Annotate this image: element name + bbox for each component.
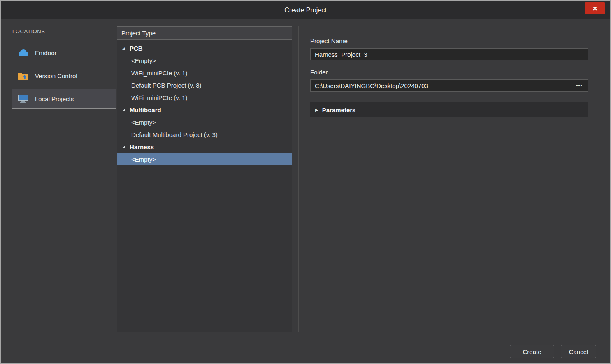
- tree-item-default-pcb-project[interactable]: Default PCB Project (v. 8): [117, 79, 292, 91]
- tree-item-label: Default Multiboard Project (v. 3): [131, 131, 218, 138]
- tree-item-label: Default PCB Project (v. 8): [131, 82, 202, 89]
- tree-group-label: Multiboard: [130, 107, 161, 114]
- locations-panel: LOCATIONS Emdoor Version Control: [7, 19, 116, 112]
- version-control-folder-icon: [17, 72, 29, 80]
- tree-item-label: <Empty>: [131, 57, 156, 64]
- folder-path-input[interactable]: [310, 79, 588, 92]
- tree-item-default-multiboard-project[interactable]: Default Multiboard Project (v. 3): [117, 128, 292, 141]
- locations-header: LOCATIONS: [7, 19, 116, 39]
- folder-field: •••: [310, 79, 588, 92]
- project-type-panel: Project Type ◢ PCB <Empty> WiFi_miniPCIe…: [117, 26, 292, 332]
- tree-group-label: PCB: [130, 45, 143, 52]
- location-label: Local Projects: [35, 95, 74, 102]
- tree-item-wifi-minipcie-2[interactable]: WiFi_miniPCIe (v. 1): [117, 91, 292, 104]
- close-button[interactable]: ×: [585, 2, 605, 14]
- location-item-emdoor[interactable]: Emdoor: [12, 43, 116, 63]
- tree-group-harness[interactable]: ◢ Harness: [117, 141, 292, 153]
- close-icon: ×: [592, 5, 597, 12]
- titlebar: Create Project ×: [1, 1, 610, 19]
- location-item-local-projects[interactable]: Local Projects: [12, 89, 116, 109]
- tree-item-label: <Empty>: [131, 156, 156, 163]
- location-item-version-control[interactable]: Version Control: [12, 66, 116, 86]
- tree-item-pcb-empty[interactable]: <Empty>: [117, 54, 292, 67]
- folder-label: Folder: [310, 69, 588, 76]
- collapsed-arrow-icon: ▶: [315, 108, 318, 112]
- dialog-title: Create Project: [284, 7, 326, 14]
- project-settings-panel: Project Name Folder ••• ▶ Parameters: [298, 26, 600, 332]
- cloud-icon: [17, 49, 29, 57]
- browse-folder-button[interactable]: •••: [572, 81, 587, 90]
- expand-arrow-icon[interactable]: ◢: [122, 145, 130, 149]
- expand-arrow-icon[interactable]: ◢: [122, 46, 130, 50]
- tree-item-multiboard-empty[interactable]: <Empty>: [117, 116, 292, 128]
- ellipsis-icon: •••: [576, 83, 583, 88]
- project-name-label: Project Name: [310, 37, 588, 44]
- tree-group-pcb[interactable]: ◢ PCB: [117, 42, 292, 54]
- tree-group-label: Harness: [130, 144, 154, 151]
- tree-item-label: <Empty>: [131, 119, 156, 126]
- parameters-section-header[interactable]: ▶ Parameters: [310, 102, 588, 117]
- location-label: Version Control: [35, 72, 77, 79]
- tree-item-label: WiFi_miniPCIe (v. 1): [131, 94, 187, 101]
- create-project-dialog: Create Project × LOCATIONS Emdoor: [0, 0, 611, 364]
- parameters-label: Parameters: [322, 107, 356, 114]
- location-label: Emdoor: [35, 49, 57, 56]
- project-type-header: Project Type: [117, 27, 292, 40]
- expand-arrow-icon[interactable]: ◢: [122, 108, 130, 112]
- project-type-tree: ◢ PCB <Empty> WiFi_miniPCIe (v. 1) Defau…: [117, 40, 292, 165]
- tree-item-wifi-minipcie-1[interactable]: WiFi_miniPCIe (v. 1): [117, 67, 292, 79]
- monitor-icon: [17, 94, 29, 103]
- tree-item-harness-empty-selected[interactable]: <Empty>: [117, 153, 292, 165]
- project-name-input[interactable]: [310, 48, 588, 60]
- cancel-button[interactable]: Cancel: [561, 345, 596, 358]
- create-button[interactable]: Create: [510, 345, 554, 358]
- tree-group-multiboard[interactable]: ◢ Multiboard: [117, 104, 292, 116]
- tree-item-label: WiFi_miniPCIe (v. 1): [131, 70, 187, 77]
